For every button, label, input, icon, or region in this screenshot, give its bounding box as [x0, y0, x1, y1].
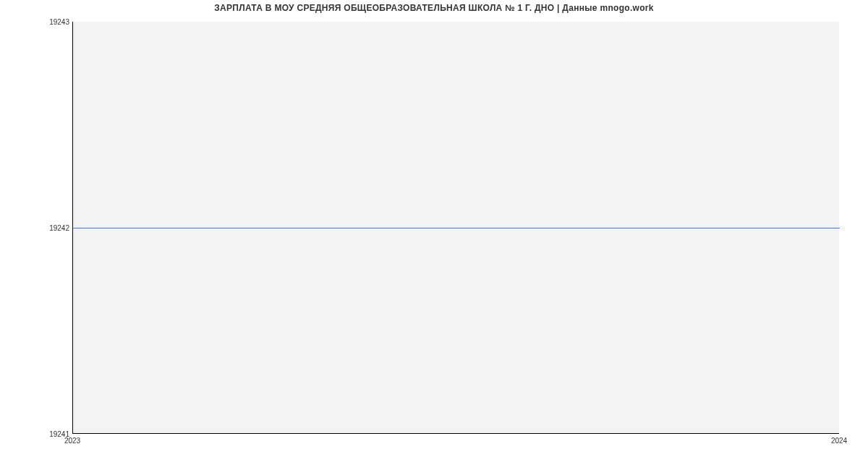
y-tick-label: 19241: [4, 430, 69, 438]
x-tick-label: 2024: [831, 437, 847, 445]
x-tick-label: 2023: [64, 437, 80, 445]
salary-chart: ЗАРПЛАТА В МОУ СРЕДНЯЯ ОБЩЕОБРАЗОВАТЕЛЬН…: [0, 0, 868, 470]
plot-area: [72, 22, 839, 434]
y-tick-label: 19243: [4, 18, 69, 26]
data-line: [73, 228, 840, 228]
y-tick-label: 19242: [4, 224, 69, 232]
chart-title: ЗАРПЛАТА В МОУ СРЕДНЯЯ ОБЩЕОБРАЗОВАТЕЛЬН…: [0, 3, 868, 13]
